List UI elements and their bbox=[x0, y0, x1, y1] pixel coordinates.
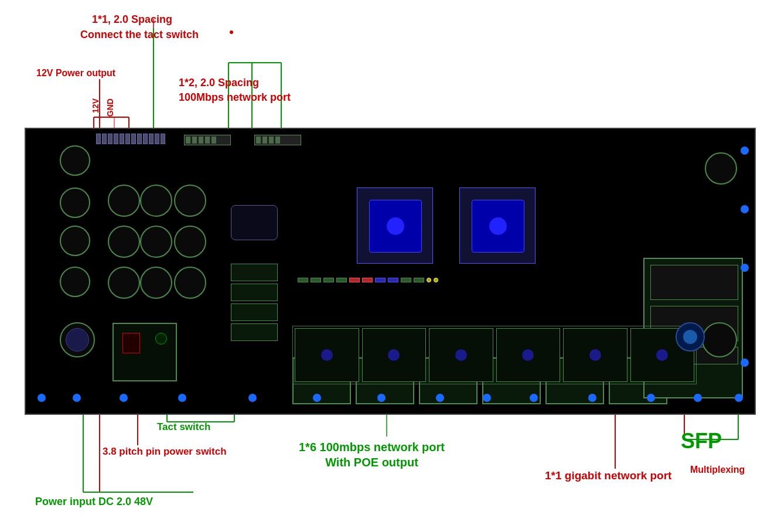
label-power-input: Power input DC 2.0 48V bbox=[35, 495, 153, 509]
label-gnd: GND bbox=[105, 98, 115, 117]
label-network-port: 1*6 100mbps network port With POE output bbox=[299, 439, 445, 470]
pcb-board bbox=[25, 128, 756, 415]
svg-point-12 bbox=[230, 30, 233, 34]
label-gigabit-port: 1*1 gigabit network port bbox=[545, 469, 671, 483]
label-multiplexing: Multiplexing bbox=[690, 464, 745, 476]
label-sfp: SFP bbox=[681, 428, 722, 455]
label-tact-switch: Tact switch bbox=[157, 421, 210, 434]
label-100mbps-network: 100Mbps network port bbox=[179, 91, 291, 104]
label-spacing-tact: 1*1, 2.0 Spacing bbox=[92, 13, 172, 26]
label-12v: 12V bbox=[91, 98, 100, 113]
label-connect-tact: Connect the tact switch bbox=[80, 28, 199, 42]
label-38-pitch-switch: 3.8 pitch pin power switch bbox=[103, 445, 227, 458]
label-spacing-100mbps: 1*2, 2.0 Spacing bbox=[179, 76, 259, 90]
label-12v-power-output: 12V Power output bbox=[36, 67, 115, 80]
